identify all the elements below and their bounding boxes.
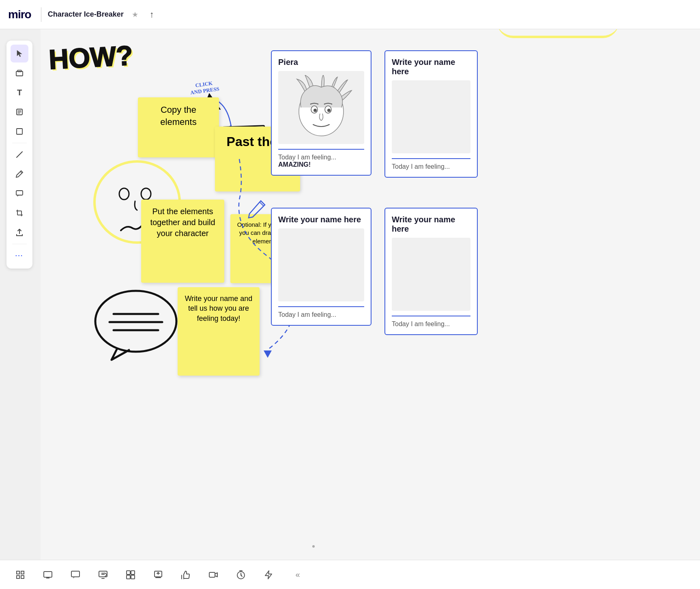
select-tool-button[interactable] [11, 45, 28, 62]
canvas-dot [312, 545, 315, 548]
pen-tool-button[interactable] [11, 165, 28, 183]
svg-rect-26 [44, 572, 52, 577]
board-title[interactable]: Character Ice-Breaker [48, 10, 124, 19]
svg-point-14 [141, 188, 151, 200]
card-empty1-line [392, 158, 470, 159]
grid-bottom-button[interactable] [12, 567, 28, 583]
comment-tool-button[interactable] [11, 185, 28, 202]
card-empty3: Write your name here Today I am feeling.… [384, 208, 478, 335]
divider [41, 7, 41, 22]
sticky-put: Put the elements together and build your… [141, 200, 224, 283]
svg-point-13 [119, 188, 129, 200]
timer-bottom-button[interactable] [233, 567, 249, 583]
card-empty3-feeling: Today I am feeling... [392, 320, 470, 328]
card-piera: Piera [271, 50, 371, 176]
zap-bottom-button[interactable] [260, 567, 277, 583]
like-bottom-button[interactable] [178, 567, 194, 583]
toolbar-divider-2 [12, 244, 27, 244]
card-empty1: Write your name here Today I am feeling.… [384, 50, 478, 178]
pencil-drawing [247, 199, 267, 225]
video-bottom-button[interactable] [205, 567, 221, 583]
upload-bottom-button[interactable] [150, 567, 166, 583]
svg-rect-33 [127, 571, 130, 574]
svg-point-25 [327, 109, 331, 112]
yellow-arc-decoration [497, 29, 619, 38]
card-piera-line [278, 149, 364, 150]
line-tool-button[interactable] [11, 146, 28, 163]
svg-marker-16 [264, 350, 272, 358]
card-empty1-feeling: Today I am feeling... [392, 163, 470, 170]
toolbar-divider [12, 143, 27, 143]
share-icon[interactable]: ↑ [150, 9, 154, 20]
how-text: HOW? [48, 39, 134, 75]
upload-tool-button[interactable] [11, 224, 28, 241]
card-empty2-name[interactable]: Write your name here [278, 215, 364, 224]
sticky-copy: Copy the elements [138, 97, 219, 157]
miro-logo: miro [8, 8, 31, 21]
card-empty3-image [392, 238, 470, 311]
svg-point-24 [313, 109, 317, 112]
top-bar: miro Character Ice-Breaker ★ ↑ [0, 0, 700, 29]
svg-rect-29 [71, 571, 79, 577]
crop-tool-button[interactable] [11, 204, 28, 222]
note-tool-button[interactable] [11, 103, 28, 121]
svg-rect-6 [16, 191, 23, 195]
speech-bubble-drawing [93, 285, 183, 368]
collapse-toolbar-button[interactable]: « [290, 567, 306, 583]
share-bottom-button[interactable] [95, 567, 111, 583]
text-tool-button[interactable]: T [11, 84, 28, 101]
card-empty3-line [392, 316, 470, 316]
left-toolbar: T ●●● [6, 41, 32, 269]
present-bottom-button[interactable] [40, 567, 56, 583]
card-empty3-name[interactable]: Write your name here [392, 215, 470, 234]
sticky-write: Write your name and tell us how you are … [178, 287, 260, 376]
comment-bottom-button[interactable] [67, 567, 84, 583]
svg-rect-39 [209, 572, 215, 577]
card-empty2-feeling: Today I am feeling... [278, 311, 364, 318]
card-empty2: Write your name here Today I am feeling.… [271, 208, 371, 326]
svg-rect-35 [127, 575, 130, 579]
svg-rect-36 [131, 575, 135, 579]
card-empty1-name[interactable]: Write your name here [392, 58, 470, 76]
card-piera-name: Piera [278, 58, 364, 67]
card-empty1-image [392, 80, 470, 153]
svg-rect-3 [17, 129, 22, 134]
card-piera-feeling: Today I am feeling... AMAZING! [278, 154, 364, 168]
layout-bottom-button[interactable] [122, 567, 139, 583]
card-empty2-line [278, 306, 364, 307]
card-empty2-image [278, 228, 364, 301]
bottom-toolbar: « [0, 560, 700, 589]
card-piera-image [278, 71, 364, 144]
svg-rect-1 [17, 70, 21, 72]
svg-rect-34 [131, 571, 135, 574]
favorite-star-icon[interactable]: ★ [132, 10, 138, 19]
more-tool-button[interactable]: ●●● [11, 247, 28, 264]
svg-line-4 [17, 152, 22, 157]
canvas-area: HOW? CLICK AND PRESS [ ALT ] Copy the el… [41, 29, 700, 560]
frames-tool-button[interactable] [11, 64, 28, 82]
shape-tool-button[interactable] [11, 123, 28, 140]
